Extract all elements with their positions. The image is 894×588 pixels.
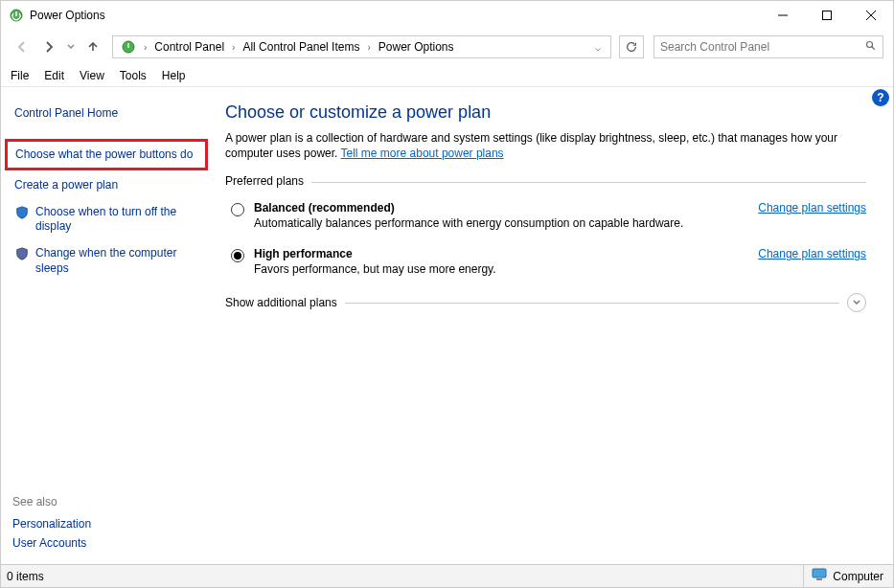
show-additional-label: Show additional plans (225, 296, 337, 309)
back-button[interactable] (11, 35, 34, 58)
plan-high-name: High performance (254, 247, 739, 260)
search-placeholder: Search Control Panel (660, 40, 865, 54)
menu-help[interactable]: Help (162, 69, 186, 82)
chevron-down-icon[interactable] (847, 293, 866, 312)
window-title: Power Options (30, 9, 105, 22)
plan-balanced: Balanced (recommended) Automatically bal… (225, 201, 866, 230)
sidebar-home-label: Control Panel Home (14, 106, 118, 122)
search-icon (865, 40, 877, 55)
plan-balanced-desc: Automatically balances performance with … (254, 216, 739, 230)
close-button[interactable] (849, 1, 893, 30)
status-computer: Computer (803, 565, 893, 587)
svg-rect-1 (823, 11, 832, 20)
up-button[interactable] (81, 35, 104, 58)
status-computer-label: Computer (833, 570, 883, 583)
address-dropdown[interactable]: ⌵ (589, 42, 607, 53)
forward-button[interactable] (37, 35, 60, 58)
see-also-personalization[interactable]: Personalization (12, 514, 195, 533)
app-icon (9, 8, 24, 23)
address-bar[interactable]: › Control Panel › All Control Panel Item… (112, 35, 611, 58)
search-input[interactable]: Search Control Panel (653, 35, 883, 58)
see-also: See also Personalization User Accounts (12, 495, 195, 553)
page-heading: Choose or customize a power plan (225, 102, 866, 123)
svg-rect-5 (816, 578, 822, 580)
control-panel-icon (117, 37, 140, 57)
sidebar-create-plan[interactable]: Create a power plan (12, 174, 191, 197)
plan-high-performance: High performance Favors performance, but… (225, 247, 866, 276)
plan-balanced-name: Balanced (recommended) (254, 201, 739, 215)
title-bar: Power Options (1, 1, 893, 30)
breadcrumb-all-items[interactable]: All Control Panel Items (239, 38, 363, 56)
main-panel: ? Choose or customize a power plan A pow… (202, 87, 893, 564)
chevron-right-icon: › (232, 42, 235, 53)
divider (345, 303, 839, 304)
maximize-button[interactable] (805, 1, 849, 30)
page-description-text: A power plan is a collection of hardware… (225, 131, 837, 160)
menu-file[interactable]: File (11, 69, 29, 82)
show-additional-plans[interactable]: Show additional plans (225, 293, 866, 312)
sidebar-sleep[interactable]: Change when the computer sleeps (12, 242, 191, 280)
sidebar-power-buttons-label: Choose what the power buttons do (15, 147, 193, 163)
radio-balanced[interactable] (231, 203, 244, 216)
page-description: A power plan is a collection of hardware… (225, 130, 866, 161)
sidebar-turnoff-label: Choose when to turn off the display (35, 205, 189, 235)
radio-high-performance[interactable] (231, 249, 244, 262)
help-icon[interactable]: ? (872, 89, 889, 106)
shield-icon (14, 246, 30, 261)
sidebar: Control Panel Home Choose what the power… (1, 87, 202, 564)
shield-icon (14, 205, 30, 220)
refresh-button[interactable] (619, 35, 644, 58)
status-items: 0 items (1, 570, 44, 583)
recent-dropdown[interactable] (64, 35, 78, 58)
plan-high-desc: Favors performance, but may use more ene… (254, 262, 739, 276)
see-also-user-accounts[interactable]: User Accounts (12, 533, 195, 553)
learn-more-link[interactable]: Tell me more about power plans (341, 147, 504, 160)
divider (311, 182, 866, 183)
preferred-plans-text: Preferred plans (225, 174, 304, 188)
minimize-button[interactable] (761, 1, 805, 30)
menu-view[interactable]: View (80, 69, 104, 82)
svg-rect-4 (813, 569, 826, 577)
sidebar-sleep-label: Change when the computer sleeps (35, 246, 189, 276)
chevron-right-icon: › (367, 42, 370, 53)
preferred-plans-label: Preferred plans (225, 174, 866, 188)
breadcrumb-power-options[interactable]: Power Options (375, 38, 458, 56)
plan-high-settings-link[interactable]: Change plan settings (758, 247, 866, 260)
breadcrumb-control-panel[interactable]: Control Panel (150, 38, 228, 56)
menu-bar: File Edit View Tools Help (1, 64, 893, 87)
plan-balanced-settings-link[interactable]: Change plan settings (758, 201, 866, 215)
menu-tools[interactable]: Tools (120, 69, 147, 82)
see-also-header: See also (12, 495, 195, 509)
svg-point-3 (867, 41, 873, 47)
status-bar: 0 items Computer (1, 564, 893, 587)
sidebar-power-buttons[interactable]: Choose what the power buttons do (5, 139, 208, 171)
sidebar-home[interactable]: Control Panel Home (12, 102, 191, 125)
menu-edit[interactable]: Edit (44, 69, 64, 82)
chevron-right-icon: › (144, 42, 147, 53)
sidebar-turnoff-display[interactable]: Choose when to turn off the display (12, 201, 191, 238)
nav-row: › Control Panel › All Control Panel Item… (1, 30, 893, 64)
sidebar-create-plan-label: Create a power plan (14, 178, 118, 193)
computer-icon (812, 568, 827, 584)
